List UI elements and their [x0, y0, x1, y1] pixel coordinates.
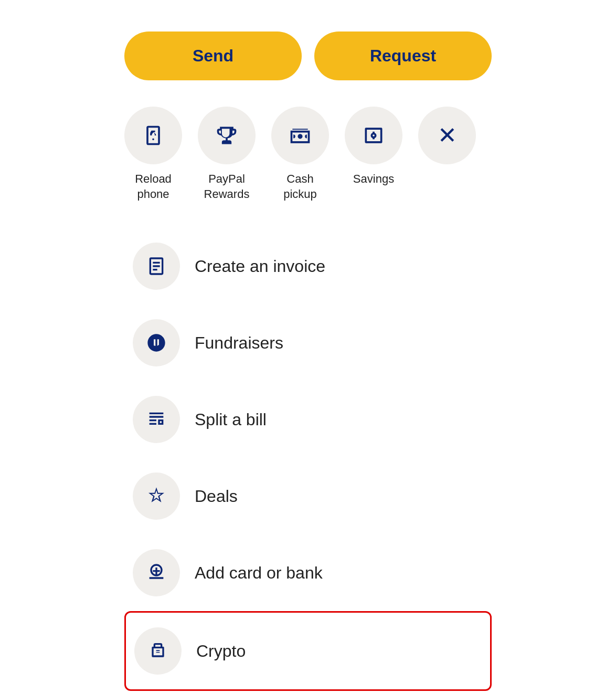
trophy-icon: [215, 124, 238, 147]
split-bill-label: Split a bill: [195, 410, 267, 429]
reload-phone-icon: [142, 124, 165, 147]
quick-action-reload-phone[interactable]: Reloadphone: [124, 107, 182, 202]
crypto-label: Crypto: [196, 642, 246, 661]
send-button[interactable]: Send: [124, 32, 302, 80]
create-invoice-label: Create an invoice: [195, 257, 325, 276]
crypto-icon: [147, 640, 168, 662]
quick-action-cash-pickup[interactable]: Cashpickup: [271, 107, 329, 202]
cash-pickup-label: Cashpickup: [283, 172, 317, 202]
savings-label: Savings: [353, 172, 394, 187]
split-bill-icon: [146, 409, 167, 430]
list-item-split-bill[interactable]: Split a bill: [124, 381, 492, 458]
close-icon: ✕: [438, 124, 457, 147]
fundraisers-icon: [146, 332, 167, 353]
deals-label: Deals: [195, 487, 238, 506]
list-items-section: Create an invoice Fundraisers: [124, 228, 492, 691]
main-container: Send Request Reloadphone: [124, 32, 492, 691]
quick-action-savings[interactable]: Savings: [345, 107, 402, 187]
request-button[interactable]: Request: [314, 32, 492, 80]
list-item-deals[interactable]: Deals: [124, 458, 492, 534]
list-item-fundraisers[interactable]: Fundraisers: [124, 304, 492, 381]
quick-action-close[interactable]: ✕: [418, 107, 476, 172]
fundraisers-label: Fundraisers: [195, 333, 283, 353]
list-item-add-card-bank[interactable]: Add card or bank: [124, 534, 492, 611]
cash-pickup-icon: [289, 124, 312, 147]
reload-phone-label: Reloadphone: [135, 172, 172, 202]
quick-action-paypal-rewards[interactable]: PayPalRewards: [198, 107, 256, 202]
savings-icon: [362, 124, 385, 147]
action-buttons-row: Send Request: [124, 32, 492, 80]
invoice-icon: [146, 256, 167, 277]
paypal-rewards-label: PayPalRewards: [204, 172, 250, 202]
list-item-create-invoice[interactable]: Create an invoice: [124, 228, 492, 304]
add-card-bank-icon: [146, 562, 167, 583]
add-card-bank-label: Add card or bank: [195, 563, 323, 583]
list-item-crypto[interactable]: Crypto: [124, 611, 492, 691]
deals-icon: [146, 486, 167, 507]
quick-actions-row: Reloadphone PayPalRewards: [124, 107, 492, 202]
